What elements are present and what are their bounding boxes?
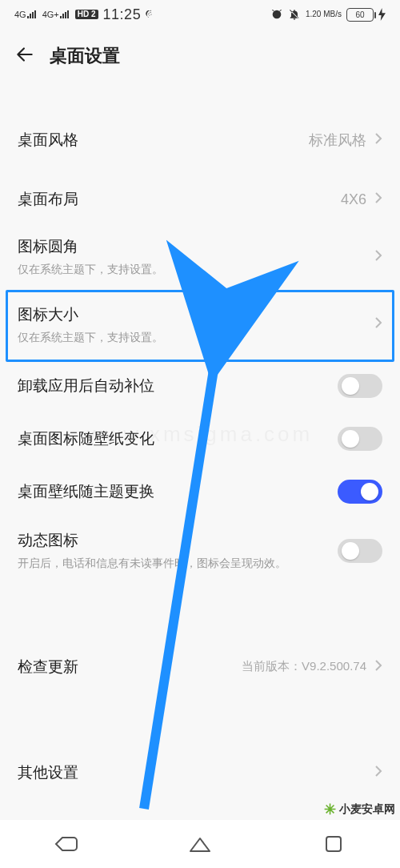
row-other-settings[interactable]: 其他设置: [0, 748, 400, 798]
nav-back-icon: [54, 834, 78, 854]
row-auto-fill: 卸载应用后自动补位: [0, 360, 400, 412]
row-title: 图标圆角: [18, 236, 163, 257]
row-value: 标准风格: [309, 131, 366, 150]
page-title: 桌面设置: [50, 44, 120, 68]
net-speed: 1.20 MB/s: [306, 10, 342, 18]
row-subtitle: 开启后，电话和信息有未读事件时，图标会呈现动效。: [18, 556, 286, 572]
row-title: 图标大小: [18, 304, 163, 325]
settings-list: 桌面风格 标准风格 桌面布局 4X6 图标圆角 仅在系统主题下，支持设置。 图标…: [0, 83, 400, 798]
row-title: 动态图标: [18, 530, 286, 551]
row-icon-corner[interactable]: 图标圆角 仅在系统主题下，支持设置。: [0, 224, 400, 292]
chevron-right-icon: [374, 765, 382, 781]
watermark-brand: ✳ 小麦安卓网: [324, 801, 395, 818]
row-title: 其他设置: [18, 762, 78, 783]
signal-4g-icon: 4G: [14, 10, 38, 19]
row-title: 桌面风格: [18, 130, 78, 151]
chevron-right-icon: [374, 132, 382, 148]
row-title: 桌面壁纸随主题更换: [18, 481, 154, 502]
nav-home-button[interactable]: [185, 829, 215, 859]
chevron-right-icon: [374, 659, 382, 675]
battery-icon: 60: [346, 8, 374, 22]
charging-icon: [378, 8, 386, 21]
row-check-update[interactable]: 检查更新 当前版本：V9.2.500.74: [0, 642, 400, 692]
alarm-icon: [270, 8, 283, 21]
hd-badge: HD 2: [75, 10, 98, 19]
nav-bar: [0, 820, 400, 868]
row-title: 检查更新: [18, 657, 78, 677]
nav-home-icon: [189, 835, 211, 853]
row-icon-wallpaper: 桌面图标随壁纸变化: [0, 412, 400, 465]
page-header: 桌面设置: [0, 29, 400, 83]
status-time: 11:25: [103, 6, 142, 23]
row-title: 桌面图标随壁纸变化: [18, 428, 154, 449]
row-title: 卸载应用后自动补位: [18, 376, 154, 396]
row-desktop-layout[interactable]: 桌面布局 4X6: [0, 175, 400, 224]
signal-4gplus-icon: 4G+: [42, 10, 70, 19]
row-desktop-style[interactable]: 桌面风格 标准风格: [0, 115, 400, 165]
toggle-wallpaper-theme[interactable]: [338, 480, 382, 504]
row-title: 桌面布局: [18, 189, 78, 210]
svg-rect-0: [326, 837, 341, 851]
toggle-icon-wallpaper[interactable]: [338, 427, 382, 451]
back-button[interactable]: [14, 44, 35, 68]
row-icon-size[interactable]: 图标大小 仅在系统主题下，支持设置。: [0, 292, 400, 360]
chevron-right-icon: [374, 316, 382, 332]
chevron-right-icon: [374, 249, 382, 265]
nav-recents-button[interactable]: [318, 829, 349, 859]
status-bar: 4G 4G+ HD 2 11:25 1.20 MB/s 60: [0, 0, 400, 29]
nav-recents-icon: [325, 835, 342, 853]
arrow-left-icon: [14, 44, 35, 65]
row-value: 当前版本：V9.2.500.74: [242, 659, 366, 674]
row-wallpaper-theme: 桌面壁纸随主题更换: [0, 465, 400, 518]
row-subtitle: 仅在系统主题下，支持设置。: [18, 262, 163, 278]
chevron-right-icon: [374, 191, 382, 207]
hotspot-icon: [146, 9, 157, 20]
toggle-auto-fill[interactable]: [338, 374, 382, 398]
row-value: 4X6: [341, 191, 366, 208]
row-dynamic-icon: 动态图标 开启后，电话和信息有未读事件时，图标会呈现动效。: [0, 518, 400, 586]
toggle-dynamic-icon[interactable]: [338, 539, 382, 563]
nav-back-button[interactable]: [51, 829, 82, 859]
watermark-logo-icon: ✳: [324, 801, 336, 818]
mute-icon: [288, 8, 301, 21]
row-subtitle: 仅在系统主题下，支持设置。: [18, 330, 163, 346]
